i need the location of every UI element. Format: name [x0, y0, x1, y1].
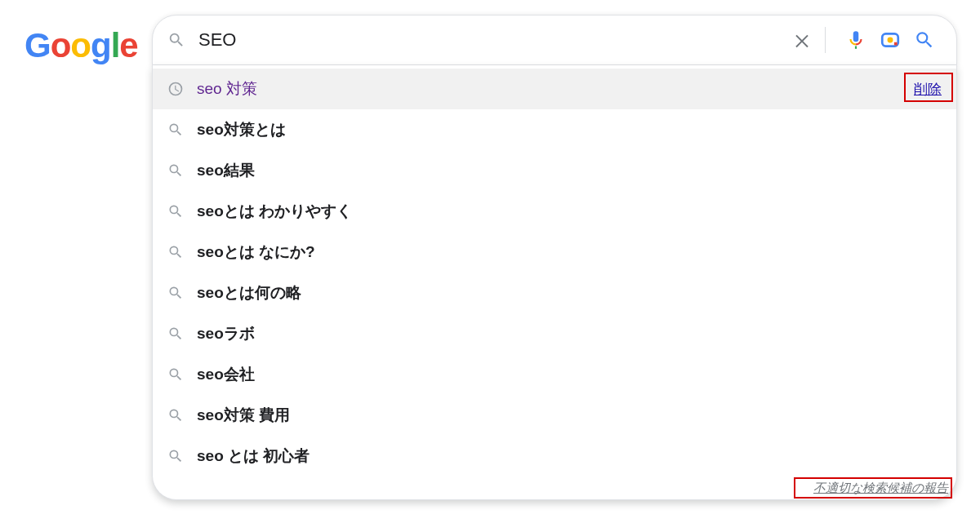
suggestion-text: seo対策 費用	[197, 405, 942, 426]
clear-icon[interactable]	[792, 30, 812, 50]
search-area: seo 対策削除seo対策とはseo結果seoとは わかりやすくseoとは なに…	[152, 15, 957, 500]
suggestion-row[interactable]: seoラボ	[153, 313, 956, 354]
suggestion-row[interactable]: seo とは 初心者	[153, 436, 956, 476]
delete-suggestion-link[interactable]: 削除	[914, 80, 942, 99]
suggestion-dropdown: seo 対策削除seo対策とはseo結果seoとは わかりやすくseoとは なに…	[152, 65, 957, 500]
suggestion-row[interactable]: seoとは何の略	[153, 273, 956, 313]
suggestion-text: seo対策とは	[197, 119, 942, 140]
logo-letter: l	[111, 26, 120, 64]
svg-point-1	[888, 38, 893, 43]
logo-letter: e	[119, 26, 137, 64]
search-input[interactable]	[197, 29, 781, 51]
magnifier-icon	[167, 448, 197, 464]
suggestion-row[interactable]: seo対策とは	[153, 109, 956, 150]
toolbar-divider	[825, 27, 826, 53]
suggestion-row[interactable]: seoとは なにか?	[153, 232, 956, 273]
magnifier-icon	[167, 203, 197, 219]
search-icon[interactable]	[914, 29, 935, 51]
suggestion-row[interactable]: seo対策 費用	[153, 395, 956, 436]
magnifier-icon	[167, 407, 197, 423]
suggestion-text: seo結果	[197, 160, 942, 181]
suggestion-row[interactable]: seo結果	[153, 150, 956, 191]
magnifier-icon	[167, 326, 197, 342]
magnifier-icon	[167, 285, 197, 301]
microphone-icon[interactable]	[845, 29, 866, 51]
history-icon	[167, 81, 197, 97]
suggestion-text: seoラボ	[197, 323, 942, 344]
search-box[interactable]	[152, 15, 957, 65]
logo-letter: g	[91, 26, 111, 64]
google-logo[interactable]: Google	[24, 26, 138, 65]
magnifier-icon	[167, 244, 197, 260]
suggestion-text: seoとは わかりやすく	[197, 201, 942, 222]
logo-letter: G	[24, 26, 51, 64]
suggestion-text: seo 対策	[197, 78, 914, 100]
magnifier-icon	[167, 162, 197, 179]
logo-letter: o	[51, 26, 71, 64]
magnifier-icon	[167, 366, 197, 383]
magnifier-icon	[167, 122, 197, 138]
magnifier-icon	[167, 31, 185, 49]
suggestion-row[interactable]: seo会社	[153, 354, 956, 395]
lens-icon[interactable]	[880, 29, 901, 51]
suggestion-text: seo とは 初心者	[197, 445, 942, 467]
suggestion-text: seoとは何の略	[197, 282, 942, 304]
suggestion-row[interactable]: seoとは わかりやすく	[153, 191, 956, 232]
suggestion-text: seoとは なにか?	[197, 242, 942, 263]
svg-rect-2	[894, 42, 898, 46]
logo-letter: o	[70, 26, 91, 64]
suggestion-row[interactable]: seo 対策削除	[153, 69, 956, 109]
report-suggestions-link[interactable]: 不適切な検索候補の報告	[813, 481, 948, 496]
suggestion-text: seo会社	[197, 364, 942, 385]
